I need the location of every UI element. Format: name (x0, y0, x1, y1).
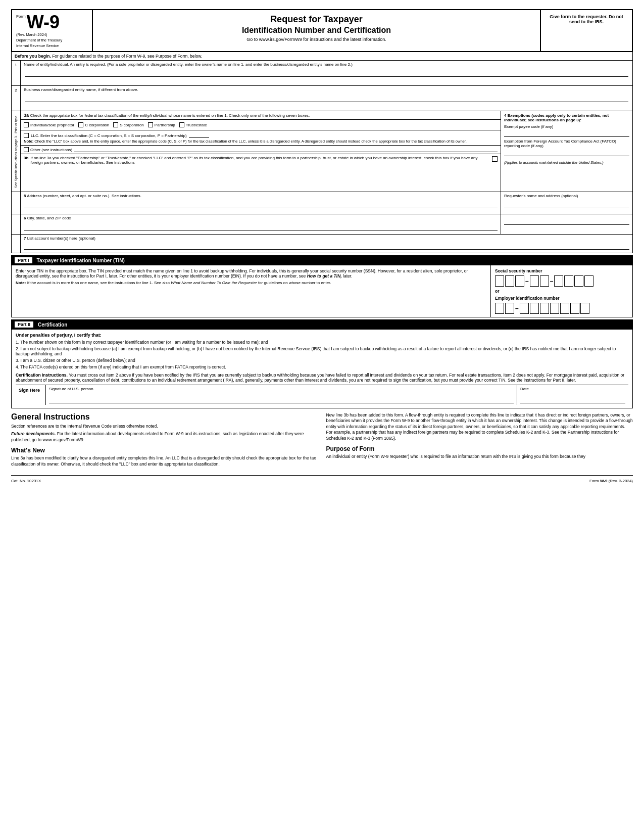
field5-input[interactable] (24, 199, 498, 208)
gen-left-col: General Instructions Section references … (11, 412, 318, 469)
form-title1: Request for Taxpayer (98, 14, 535, 25)
llc-code-input[interactable] (189, 133, 209, 138)
header-center: Request for Taxpayer Identification Numb… (93, 10, 541, 51)
field3a-label: 3a (24, 113, 29, 118)
field6-spacer (12, 214, 21, 234)
ein-box2[interactable] (505, 303, 514, 314)
field2-row: 2 Business name/disregarded entity name,… (12, 86, 632, 111)
cb-other-box[interactable] (24, 147, 29, 152)
ein-box5[interactable] (540, 303, 549, 314)
form-body: 1 Name of entity/individual. An entry is… (11, 61, 633, 253)
field2-input[interactable] (25, 93, 628, 102)
ssn-box8[interactable] (574, 275, 583, 287)
ssn-dash1: – (525, 277, 529, 285)
field1-content: Name of entity/individual. An entry is r… (21, 61, 632, 85)
ein-box4[interactable] (530, 303, 539, 314)
exemptions-col: 4 Exemptions (codes apply only to certai… (501, 111, 632, 192)
whats-new-text: Line 3a has been modified to clarify how… (11, 455, 318, 467)
gen-right-col: New line 3b has been added to this form.… (326, 412, 633, 469)
ein-box3[interactable] (520, 303, 529, 314)
cb-other-label: Other (see instructions) (30, 148, 72, 152)
req-name-col: Requester's name and address (optional) (501, 192, 632, 214)
field1-desc: Name of entity/individual. An entry is r… (24, 62, 629, 67)
date-label: Date (520, 387, 625, 391)
footer: Cat. No. 10231X Form W-9 Form W-9 (Rev. … (11, 475, 633, 486)
cb-partnership-box[interactable] (148, 122, 153, 127)
other-input[interactable] (74, 147, 498, 152)
field6-content: 6 City, state, and ZIP code (21, 214, 501, 234)
exempt-fatca-input[interactable] (504, 149, 629, 156)
cb-s-corp-label: S corporation (120, 123, 144, 127)
field1-input[interactable] (25, 68, 628, 77)
cb-llc-box[interactable] (24, 133, 29, 138)
tin-note: Note: If the account is in more than one… (16, 281, 486, 285)
ein-box1[interactable] (495, 303, 504, 314)
field7-input[interactable] (24, 242, 629, 250)
how-to-get: How to get a TIN, (307, 273, 342, 279)
signature-input[interactable] (49, 392, 514, 403)
tin-section: Enter your TIN in the appropriate box. T… (11, 265, 633, 317)
purpose-text: An individual or entity (Form W-9 reques… (326, 454, 633, 459)
dept1: Department of the Treasury (16, 38, 88, 42)
req-name-label: Requester's name and address (optional) (504, 194, 578, 198)
ssn-box6[interactable] (554, 275, 563, 287)
gen-two-col: General Instructions Section references … (11, 412, 633, 469)
cb-partnership: Partnership (148, 122, 175, 127)
form-header: Form W-9 (Rev. March 2024) Department of… (11, 9, 633, 52)
req-name-input[interactable] (504, 199, 629, 208)
ssn-box1[interactable] (495, 275, 504, 287)
cb-c-corp: C corporation (78, 122, 109, 127)
side-labels: Print or type. See Specific Instructions… (12, 111, 21, 192)
cb-trust-box[interactable] (179, 122, 184, 127)
cb-individual-box[interactable] (24, 122, 29, 127)
cb-3b-box[interactable] (492, 156, 498, 162)
cb-trust: Trust/estate (179, 122, 207, 127)
applies-text: (Applies to accounts maintained outside … (504, 160, 629, 165)
checkboxes-row1: Individual/sole proprietor C corporation… (21, 120, 501, 130)
sign-fields: Signature of U.S. person Date (46, 385, 628, 405)
header-right: Give form to the requester. Do not send … (541, 10, 632, 51)
ssn-box3[interactable] (515, 275, 524, 287)
field6-input[interactable] (24, 221, 498, 230)
part2-label: Part II (14, 321, 34, 328)
cb-s-corp-box[interactable] (113, 122, 118, 127)
ssn-box4[interactable] (530, 275, 539, 287)
ein-box6[interactable] (550, 303, 559, 314)
cb-c-corp-box[interactable] (78, 122, 83, 127)
signature-col: Signature of U.S. person (46, 385, 517, 405)
ein-label: Employer identification number (495, 296, 628, 301)
general-section: General Instructions Section references … (11, 408, 633, 473)
field7-label: 7 List account number(s) here (optional) (24, 236, 629, 241)
exemptions-title: 4 Exemptions (codes apply only to certai… (504, 113, 629, 122)
tin-left: Enter your TIN in the appropriate box. T… (12, 265, 491, 317)
right-para1: New line 3b has been added to this form.… (326, 412, 633, 441)
form-word: Form (16, 14, 26, 19)
cb-c-corp-label: C corporation (85, 123, 109, 127)
ein-dash: – (515, 305, 519, 312)
ssn-box2[interactable] (505, 275, 514, 287)
date-input[interactable] (520, 392, 625, 403)
ein-box9[interactable] (580, 303, 589, 314)
ssn-box7[interactable] (564, 275, 573, 287)
field5-label: 5 Address (number, street, and apt. or s… (24, 194, 498, 198)
ein-box8[interactable] (570, 303, 579, 314)
tin-right: Social security number – – or Employer i… (491, 265, 632, 317)
date-col: Date (517, 385, 628, 405)
signature-label: Signature of U.S. person (49, 387, 514, 391)
ein-box7[interactable] (560, 303, 569, 314)
ssn-box5[interactable] (540, 275, 549, 287)
gen-para1: Section references are to the Internal R… (11, 424, 318, 429)
before-begin-label: Before you begin. (15, 54, 51, 59)
exempt-fatca-label: Exemption from Foreign Account Tax Compl… (504, 139, 629, 156)
exempt-payee-input[interactable] (504, 130, 629, 137)
ssn-box9[interactable] (584, 275, 593, 287)
field1-num: 1 (12, 61, 21, 85)
exempt-payee-label: Exempt payee code (if any) (504, 124, 629, 137)
req-addr-input[interactable] (504, 216, 629, 225)
part2-header: Part II Certification (11, 319, 633, 330)
rev-date: (Rev. March 2024) (16, 32, 88, 37)
part2-title: Certification (38, 322, 67, 328)
other-row: Other (see instructions) (21, 146, 501, 154)
whats-new-heading: What's New (11, 447, 318, 454)
field3a-desc: Check the appropriate box for federal ta… (30, 113, 310, 118)
